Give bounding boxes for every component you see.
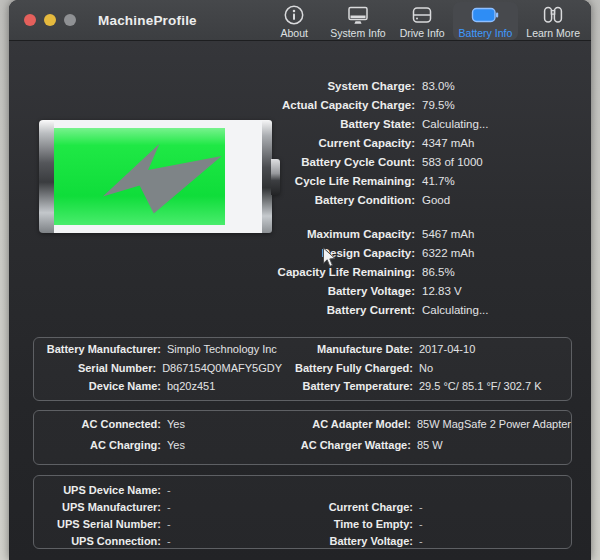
detail-label: Time to Empty: [282, 518, 413, 530]
detail-label: UPS Manufacturer: [34, 501, 161, 513]
stat-row: Capacity Life Remaining:86.5% [255, 266, 585, 285]
detail-label: Device Name: [34, 380, 161, 392]
detail-value: Yes [167, 418, 185, 430]
detail-value: 85 W [417, 439, 443, 451]
stat-value: Calculating... [422, 304, 488, 316]
battery-charge-fill [54, 128, 225, 225]
detail-label: AC Charger Wattage: [280, 439, 411, 451]
detail-label: Current Charge: [282, 501, 413, 513]
zoom-button[interactable] [64, 14, 76, 26]
detail-label: Battery Fully Charged: [282, 362, 413, 374]
ups-details-box: UPS Device Name:- UPS Manufacturer:- UPS… [33, 475, 572, 549]
stat-label: Design Capacity: [255, 247, 415, 259]
detail-value: bq20z451 [167, 380, 215, 392]
detail-value: Yes [167, 439, 185, 451]
toolbar: About System Info [266, 2, 591, 40]
toolbar-item-battery-info[interactable]: Battery Info [453, 2, 519, 40]
ac-details-box: AC Connected:Yes AC Charging:Yes AC Adap… [33, 410, 572, 465]
detail-value: D867154Q0MAFY5GDY [162, 362, 282, 374]
detail-row: UPS Manufacturer:- [34, 501, 282, 518]
battery-cap-left [39, 120, 54, 233]
stat-row: Battery Cycle Count:583 of 1000 [255, 156, 585, 175]
stat-label: Battery Cycle Count: [255, 156, 415, 168]
detail-value: - [167, 518, 171, 530]
stat-row: Current Capacity:4347 mAh [255, 137, 585, 156]
detail-row: AC Charger Wattage:85 W [280, 439, 571, 460]
stat-value: 4347 mAh [422, 137, 474, 149]
traffic-lights [24, 14, 76, 26]
detail-label: Battery Temperature: [282, 380, 413, 392]
detail-label: Battery Voltage: [282, 535, 413, 547]
stat-label: Actual Capacity Charge: [255, 99, 415, 111]
detail-row: Serial Number:D867154Q0MAFY5GDY [34, 362, 282, 381]
stat-value: 83.0% [422, 80, 455, 92]
toolbar-item-about[interactable]: About [266, 2, 322, 40]
drive-icon [410, 4, 434, 27]
toolbar-item-learn-more[interactable]: Learn More [520, 2, 586, 40]
detail-value: - [419, 535, 423, 547]
stat-value: 41.7% [422, 175, 455, 187]
detail-label: UPS Connection: [34, 535, 161, 547]
detail-row: UPS Device Name:- [34, 484, 282, 501]
lightning-bolt-icon [83, 139, 225, 217]
detail-value: - [167, 484, 171, 496]
detail-row: Battery Fully Charged:No [282, 362, 571, 381]
stat-row: Battery Current:Calculating... [255, 304, 585, 323]
battery-stats-primary: System Charge:83.0% Actual Capacity Char… [255, 80, 585, 213]
toolbar-item-label: Drive Info [400, 27, 445, 39]
stat-value: 5467 mAh [422, 228, 474, 240]
info-icon [283, 4, 305, 27]
stat-value: 86.5% [422, 266, 455, 278]
toolbar-item-label: Battery Info [459, 27, 513, 39]
detail-row: UPS Connection:- [34, 535, 282, 552]
detail-row: AC Adapter Model:85W MagSafe 2 Power Ada… [280, 418, 571, 439]
detail-label: AC Connected: [34, 418, 161, 430]
detail-value: 2017-04-10 [419, 343, 475, 355]
detail-value: - [419, 518, 423, 530]
toolbar-item-system-info[interactable]: System Info [324, 2, 391, 40]
detail-value: - [419, 501, 423, 513]
toolbar-item-label: System Info [330, 27, 385, 39]
battery-body [54, 120, 262, 233]
detail-row: Battery Voltage:- [282, 535, 571, 552]
battery-graphic [39, 120, 272, 233]
battery-stats-secondary: Maximum Capacity:5467 mAh Design Capacit… [255, 228, 585, 323]
detail-row: Time to Empty:- [282, 518, 571, 535]
stat-value: 6322 mAh [422, 247, 474, 259]
stat-row: Battery Voltage:12.83 V [255, 285, 585, 304]
detail-row: Battery Temperature:29.5 °C/ 85.1 °F/ 30… [282, 380, 571, 399]
detail-value: Simplo Technology Inc [167, 343, 277, 355]
stat-row: Actual Capacity Charge:79.5% [255, 99, 585, 118]
stat-value: 583 of 1000 [422, 156, 483, 168]
detail-label: UPS Serial Number: [34, 518, 161, 530]
detail-row: Battery Manufacturer:Simplo Technology I… [34, 343, 282, 362]
detail-value: 85W MagSafe 2 Power Adapter [417, 418, 571, 430]
stat-row: System Charge:83.0% [255, 80, 585, 99]
stat-row: Cycle Life Remaining:41.7% [255, 175, 585, 194]
stat-row: Maximum Capacity:5467 mAh [255, 228, 585, 247]
stat-row: Design Capacity:6322 mAh [255, 247, 585, 266]
machineprofile-window: MachineProfile About [9, 0, 591, 560]
stat-label: System Charge: [255, 80, 415, 92]
battery-details-box: Battery Manufacturer:Simplo Technology I… [33, 337, 572, 401]
battery-info-pane: System Charge:83.0% Actual Capacity Char… [9, 41, 591, 560]
detail-row: UPS Serial Number:- [34, 518, 282, 535]
stat-label: Cycle Life Remaining: [255, 175, 415, 187]
detail-label: Serial Number: [34, 362, 156, 374]
detail-value: 29.5 °C/ 85.1 °F/ 302.7 K [419, 380, 542, 392]
detail-value: No [419, 362, 433, 374]
detail-value: - [167, 535, 171, 547]
detail-row: Current Charge:- [282, 501, 571, 518]
detail-row: Device Name:bq20z451 [34, 380, 282, 399]
detail-label: UPS Device Name: [34, 484, 161, 496]
stat-value: Calculating... [422, 118, 488, 130]
toolbar-item-drive-info[interactable]: Drive Info [394, 2, 451, 40]
minimize-button[interactable] [44, 14, 56, 26]
stat-row: Battery State:Calculating... [255, 118, 585, 137]
stat-label: Battery Voltage: [255, 285, 415, 297]
detail-row: AC Charging:Yes [34, 439, 280, 460]
stat-row: Battery Condition:Good [255, 194, 585, 213]
stat-value: Good [422, 194, 450, 206]
detail-row: Manufacture Date:2017-04-10 [282, 343, 571, 362]
close-button[interactable] [24, 14, 36, 26]
